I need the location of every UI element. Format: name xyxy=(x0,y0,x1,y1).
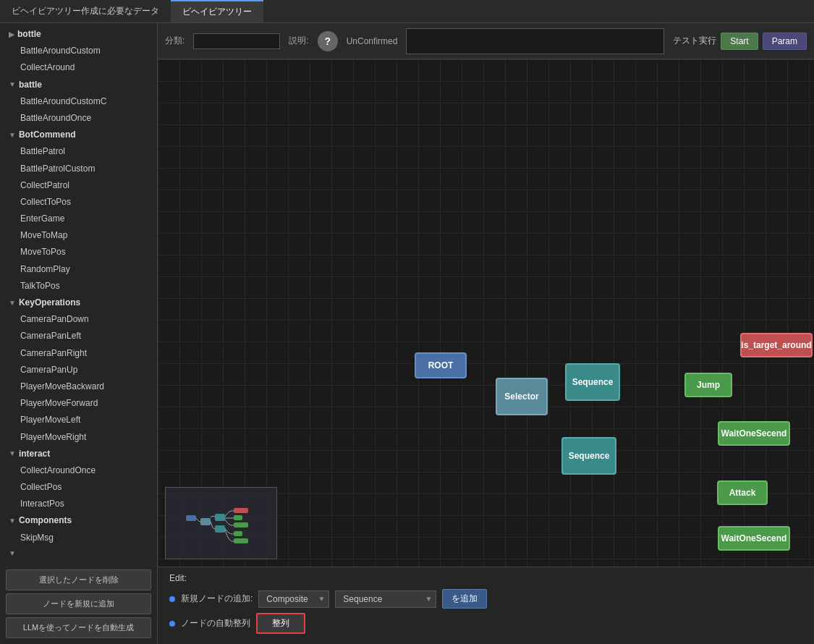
tab-data[interactable]: ビヘイビアツリー作成に必要なデータ xyxy=(0,0,171,22)
arrange-button[interactable]: 整列 xyxy=(256,613,305,634)
label: CollectAroundOnce xyxy=(20,464,96,478)
sidebar-item-player-move-right[interactable]: PlayerMoveRight xyxy=(0,429,157,446)
sequence2-node-label: Sequence xyxy=(569,451,610,461)
label: CollectToPos xyxy=(20,195,71,209)
sidebar-group-label: KeyOperations xyxy=(19,296,80,310)
selector-node[interactable]: Selector xyxy=(496,378,548,415)
attack-node[interactable]: Attack xyxy=(717,480,768,505)
label: CameraPanDown xyxy=(20,313,89,326)
llm-generate-button[interactable]: LLMを使ってノードを自動生成 xyxy=(6,617,151,638)
dot-icon xyxy=(169,596,175,602)
sidebar-item-collect-patrol[interactable]: CollectPatrol xyxy=(0,177,157,194)
sidebar-item-move-to-pos[interactable]: MoveToPos xyxy=(0,244,157,260)
label: MoveToPos xyxy=(20,245,66,259)
minimap xyxy=(165,487,277,559)
subtype-select-wrapper: Sequence Selector Parallel ▼ xyxy=(335,590,436,608)
is-target-around-node[interactable]: is_target_around xyxy=(740,333,813,357)
sidebar-item-botcommend[interactable]: ▼ BotCommend xyxy=(0,127,157,143)
sidebar-item-collect-to-pos[interactable]: CollectToPos xyxy=(0,194,157,211)
attack-node-label: Attack xyxy=(729,488,756,498)
sidebar-item-collect-around-once[interactable]: CollectAroundOnce xyxy=(0,462,157,479)
sidebar-item-skip-msg[interactable]: SkipMsg xyxy=(0,530,157,546)
edit-bar: Edit: 新規ノードの追加: Composite Decorator Acti… xyxy=(158,567,814,644)
label: TalkToPos xyxy=(20,279,60,293)
sidebar-item-random-play[interactable]: RandomPlay xyxy=(0,261,157,278)
add-node-button[interactable]: ノードを新規に追加 xyxy=(6,593,151,614)
arrow-icon: ▼ xyxy=(9,130,16,141)
canvas-area[interactable]: ROOT Selector Sequence Sequence is_targe… xyxy=(158,59,814,567)
wait2-node[interactable]: WaitOneSecend xyxy=(718,526,790,551)
label: PlayerMoveRight xyxy=(20,431,86,444)
sidebar-item-player-move-left[interactable]: PlayerMoveLeft xyxy=(0,412,157,428)
param-button[interactable]: Param xyxy=(763,33,807,50)
sidebar-item-battlearound-custom[interactable]: BattleAroundCustom xyxy=(0,43,157,59)
sequence2-node[interactable]: Sequence xyxy=(561,437,616,475)
label: BattlePatrolCustom xyxy=(20,162,95,176)
label: MoveToMap xyxy=(20,229,67,242)
auto-arrange-row: ノードの自動整列 整列 xyxy=(169,613,802,634)
subtype-select[interactable]: Sequence Selector Parallel xyxy=(335,590,436,608)
sidebar: ▶ bottle BattleAroundCustom CollectAroun… xyxy=(0,23,158,644)
tab-tree[interactable]: ビヘイビアツリー xyxy=(171,0,263,22)
sidebar-item-player-move-forward[interactable]: PlayerMoveForward xyxy=(0,395,157,412)
sidebar-item-collect-around[interactable]: CollectAround xyxy=(0,59,157,76)
label: RandomPlay xyxy=(20,263,70,276)
label: CollectPatrol xyxy=(20,179,69,192)
sidebar-child-label: BattleAroundOnce xyxy=(20,111,91,125)
sidebar-item-camera-pan-up[interactable]: CameraPanUp xyxy=(0,362,157,378)
sidebar-item-talk-to-pos[interactable]: TalkToPos xyxy=(0,278,157,295)
label: CameraPanUp xyxy=(20,363,77,377)
sidebar-item-player-move-backward[interactable]: PlayerMoveBackward xyxy=(0,378,157,395)
sidebar-item-key-operations[interactable]: ▼ KeyOperations xyxy=(0,295,157,311)
arrow-icon: ▼ xyxy=(9,548,16,559)
test-section: テスト実行 Start Param xyxy=(673,33,807,50)
category-input[interactable] xyxy=(193,33,280,49)
type-select[interactable]: Composite Decorator Action Condition xyxy=(258,590,329,608)
sidebar-item-components[interactable]: ▼ Components xyxy=(0,512,157,529)
sidebar-item-battle-patrol[interactable]: BattlePatrol xyxy=(0,143,157,160)
sidebar-item-camera-pan-left[interactable]: CameraPanLeft xyxy=(0,328,157,344)
sidebar-item-battle[interactable]: ▼ battle xyxy=(0,77,157,93)
main-layout: ▶ bottle BattleAroundCustom CollectAroun… xyxy=(0,23,814,644)
label: EnterGame xyxy=(20,212,64,226)
sidebar-item-interact-pos[interactable]: InteractPos xyxy=(0,496,157,512)
wait1-node-label: WaitOneSecend xyxy=(721,428,787,438)
root-node[interactable]: ROOT xyxy=(415,352,467,378)
status-icon: ? xyxy=(318,31,338,51)
description-field[interactable] xyxy=(406,28,664,54)
jump-node[interactable]: Jump xyxy=(684,373,732,397)
sidebar-item-interact[interactable]: ▼ interact xyxy=(0,446,157,462)
new-node-row: 新規ノードの追加: Composite Decorator Action Con… xyxy=(169,589,802,609)
label: SkipMsg xyxy=(20,531,54,545)
label: PlayerMoveForward xyxy=(20,397,98,410)
sidebar-item-battle-custom-c[interactable]: BattleAroundCustomC xyxy=(0,93,157,110)
start-button[interactable]: Start xyxy=(721,33,758,50)
add-node-button[interactable]: を追加 xyxy=(442,589,487,609)
sidebar-item-battle-patrol-custom[interactable]: BattlePatrolCustom xyxy=(0,161,157,177)
sidebar-item-bottle[interactable]: ▶ bottle xyxy=(0,26,157,43)
test-label: テスト実行 xyxy=(673,35,716,47)
delete-node-button[interactable]: 選択したノードを削除 xyxy=(6,569,151,590)
sidebar-item-camera-pan-right[interactable]: CameraPanRight xyxy=(0,345,157,362)
new-node-label: 新規ノードの追加: xyxy=(181,593,253,605)
sidebar-item-move-to-map[interactable]: MoveToMap xyxy=(0,227,157,244)
label: InteractPos xyxy=(20,497,64,511)
sidebar-item-collect-pos[interactable]: CollectPos xyxy=(0,479,157,496)
sidebar-item-enter-game[interactable]: EnterGame xyxy=(0,211,157,227)
wait1-node[interactable]: WaitOneSecend xyxy=(718,421,790,446)
label: PlayerMoveBackward xyxy=(20,380,104,394)
dot-icon xyxy=(169,621,175,627)
sidebar-tree: ▶ bottle BattleAroundCustom CollectAroun… xyxy=(0,23,157,564)
label: PlayerMoveLeft xyxy=(20,413,80,427)
sidebar-group-label: battle xyxy=(19,78,42,92)
sidebar-child-label: BattleAroundCustomC xyxy=(20,95,106,109)
sequence1-node[interactable]: Sequence xyxy=(565,363,620,401)
category-label: 分類: xyxy=(165,35,185,47)
minimap-nodes xyxy=(166,488,276,559)
label: CollectPos xyxy=(20,480,62,494)
sidebar-item-empty-group[interactable]: ▼ xyxy=(0,546,157,561)
sidebar-item-camera-pan-down[interactable]: CameraPanDown xyxy=(0,311,157,328)
sidebar-item-battle-around-once[interactable]: BattleAroundOnce xyxy=(0,110,157,127)
type-select-wrapper: Composite Decorator Action Condition ▼ xyxy=(258,590,329,608)
arrow-icon: ▼ xyxy=(9,297,16,309)
